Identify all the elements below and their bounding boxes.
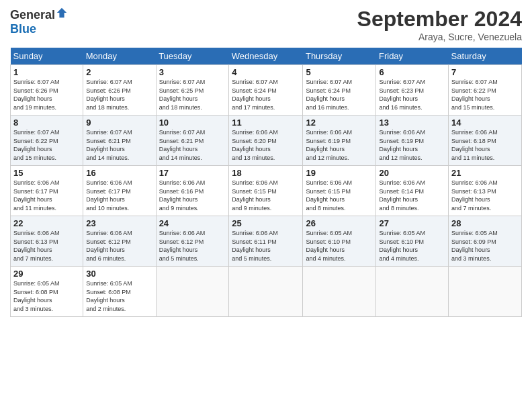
day-number: 16 — [86, 168, 152, 178]
calendar-cell: 29Sunrise: 6:05 AMSunset: 6:08 PMDayligh… — [11, 267, 83, 317]
calendar-cell: 19Sunrise: 6:06 AMSunset: 6:15 PMDayligh… — [303, 166, 376, 216]
calendar-cell: 13Sunrise: 6:06 AMSunset: 6:19 PMDayligh… — [376, 116, 449, 166]
day-number: 26 — [306, 218, 373, 228]
weekday-header-row: Sunday Monday Tuesday Wednesday Thursday… — [11, 48, 522, 65]
day-number: 10 — [159, 118, 226, 128]
day-info: Sunrise: 6:06 AMSunset: 6:17 PMDaylight … — [86, 179, 152, 212]
day-number: 15 — [13, 168, 80, 178]
day-number: 23 — [86, 218, 152, 228]
day-number: 7 — [451, 67, 519, 77]
day-info: Sunrise: 6:06 AMSunset: 6:12 PMDaylight … — [159, 229, 226, 263]
day-number: 5 — [306, 67, 373, 77]
day-number: 12 — [306, 118, 373, 128]
header: General Blue September 2024 Araya, Sucre… — [10, 7, 522, 42]
day-number: 2 — [86, 67, 152, 77]
day-number: 17 — [159, 168, 226, 178]
day-info: Sunrise: 6:05 AMSunset: 6:08 PMDaylight … — [13, 279, 80, 313]
calendar-cell: 14Sunrise: 6:06 AMSunset: 6:18 PMDayligh… — [449, 116, 522, 166]
calendar-cell: 28Sunrise: 6:05 AMSunset: 6:09 PMDayligh… — [449, 216, 522, 267]
calendar: Sunday Monday Tuesday Wednesday Thursday… — [10, 48, 522, 317]
calendar-cell: 3Sunrise: 6:07 AMSunset: 6:25 PMDaylight… — [156, 65, 229, 116]
calendar-cell: 25Sunrise: 6:06 AMSunset: 6:11 PMDayligh… — [229, 216, 303, 267]
month-title: September 2024 — [357, 7, 522, 32]
logo-general: General — [10, 8, 55, 21]
weekday-monday: Monday — [83, 48, 156, 65]
calendar-cell: 4Sunrise: 6:07 AMSunset: 6:24 PMDaylight… — [229, 65, 303, 116]
calendar-week-row: 1Sunrise: 6:07 AMSunset: 6:26 PMDaylight… — [11, 65, 522, 116]
weekday-sunday: Sunday — [11, 48, 83, 65]
weekday-thursday: Thursday — [303, 48, 376, 65]
location: Araya, Sucre, Venezuela — [357, 32, 522, 42]
day-number: 9 — [86, 118, 152, 128]
calendar-cell: 27Sunrise: 6:05 AMSunset: 6:10 PMDayligh… — [376, 216, 449, 267]
day-info: Sunrise: 6:06 AMSunset: 6:17 PMDaylight … — [13, 179, 80, 212]
calendar-cell: 5Sunrise: 6:07 AMSunset: 6:24 PMDaylight… — [303, 65, 376, 116]
day-info: Sunrise: 6:07 AMSunset: 6:22 PMDaylight … — [451, 78, 519, 111]
day-number: 3 — [159, 67, 226, 77]
day-number: 25 — [232, 218, 300, 228]
calendar-week-row: 29Sunrise: 6:05 AMSunset: 6:08 PMDayligh… — [11, 267, 522, 317]
calendar-cell: 9Sunrise: 6:07 AMSunset: 6:21 PMDaylight… — [83, 116, 156, 166]
day-number: 4 — [232, 67, 300, 77]
day-info: Sunrise: 6:06 AMSunset: 6:19 PMDaylight … — [306, 128, 373, 162]
day-info: Sunrise: 6:06 AMSunset: 6:13 PMDaylight … — [451, 179, 519, 212]
calendar-cell — [449, 267, 522, 317]
logo: General Blue — [10, 7, 68, 36]
calendar-cell — [156, 267, 229, 317]
calendar-cell — [229, 267, 303, 317]
day-number: 8 — [13, 118, 80, 128]
calendar-week-row: 8Sunrise: 6:07 AMSunset: 6:22 PMDaylight… — [11, 116, 522, 166]
calendar-cell: 16Sunrise: 6:06 AMSunset: 6:17 PMDayligh… — [83, 166, 156, 216]
day-info: Sunrise: 6:07 AMSunset: 6:24 PMDaylight … — [232, 78, 300, 111]
day-number: 21 — [451, 168, 519, 178]
day-info: Sunrise: 6:07 AMSunset: 6:22 PMDaylight … — [13, 128, 80, 162]
day-info: Sunrise: 6:07 AMSunset: 6:23 PMDaylight … — [379, 78, 445, 111]
calendar-cell: 6Sunrise: 6:07 AMSunset: 6:23 PMDaylight… — [376, 65, 449, 116]
day-info: Sunrise: 6:05 AMSunset: 6:09 PMDaylight … — [451, 229, 519, 263]
title-block: September 2024 Araya, Sucre, Venezuela — [357, 7, 522, 42]
calendar-cell: 2Sunrise: 6:07 AMSunset: 6:26 PMDaylight… — [83, 65, 156, 116]
day-info: Sunrise: 6:06 AMSunset: 6:15 PMDaylight … — [232, 179, 300, 212]
calendar-cell: 8Sunrise: 6:07 AMSunset: 6:22 PMDaylight… — [11, 116, 83, 166]
day-info: Sunrise: 6:06 AMSunset: 6:19 PMDaylight … — [379, 128, 445, 162]
calendar-cell: 11Sunrise: 6:06 AMSunset: 6:20 PMDayligh… — [229, 116, 303, 166]
day-info: Sunrise: 6:06 AMSunset: 6:16 PMDaylight … — [159, 179, 226, 212]
day-info: Sunrise: 6:06 AMSunset: 6:11 PMDaylight … — [232, 229, 300, 263]
day-number: 13 — [379, 118, 445, 128]
day-number: 27 — [379, 218, 445, 228]
day-info: Sunrise: 6:06 AMSunset: 6:13 PMDaylight … — [13, 229, 80, 263]
calendar-cell: 24Sunrise: 6:06 AMSunset: 6:12 PMDayligh… — [156, 216, 229, 267]
day-number: 1 — [13, 67, 80, 77]
day-number: 29 — [13, 269, 80, 279]
logo-blue: Blue — [10, 22, 36, 36]
day-number: 22 — [13, 218, 80, 228]
day-number: 11 — [232, 118, 300, 128]
calendar-cell — [303, 267, 376, 317]
weekday-wednesday: Wednesday — [229, 48, 303, 65]
page: General Blue September 2024 Araya, Sucre… — [0, 0, 532, 324]
day-number: 24 — [159, 218, 226, 228]
logo-icon — [56, 7, 68, 19]
day-info: Sunrise: 6:06 AMSunset: 6:18 PMDaylight … — [451, 128, 519, 162]
calendar-cell — [376, 267, 449, 317]
day-info: Sunrise: 6:07 AMSunset: 6:24 PMDaylight … — [306, 78, 373, 111]
calendar-cell: 23Sunrise: 6:06 AMSunset: 6:12 PMDayligh… — [83, 216, 156, 267]
day-info: Sunrise: 6:06 AMSunset: 6:12 PMDaylight … — [86, 229, 152, 263]
calendar-cell: 22Sunrise: 6:06 AMSunset: 6:13 PMDayligh… — [11, 216, 83, 267]
calendar-cell: 18Sunrise: 6:06 AMSunset: 6:15 PMDayligh… — [229, 166, 303, 216]
calendar-cell: 7Sunrise: 6:07 AMSunset: 6:22 PMDaylight… — [449, 65, 522, 116]
calendar-cell: 20Sunrise: 6:06 AMSunset: 6:14 PMDayligh… — [376, 166, 449, 216]
day-info: Sunrise: 6:07 AMSunset: 6:21 PMDaylight … — [159, 128, 226, 162]
day-number: 30 — [86, 269, 152, 279]
calendar-cell: 17Sunrise: 6:06 AMSunset: 6:16 PMDayligh… — [156, 166, 229, 216]
day-info: Sunrise: 6:06 AMSunset: 6:14 PMDaylight … — [379, 179, 445, 212]
day-info: Sunrise: 6:07 AMSunset: 6:26 PMDaylight … — [13, 78, 80, 111]
calendar-cell: 30Sunrise: 6:05 AMSunset: 6:08 PMDayligh… — [83, 267, 156, 317]
day-number: 14 — [451, 118, 519, 128]
calendar-cell: 15Sunrise: 6:06 AMSunset: 6:17 PMDayligh… — [11, 166, 83, 216]
calendar-cell: 12Sunrise: 6:06 AMSunset: 6:19 PMDayligh… — [303, 116, 376, 166]
day-info: Sunrise: 6:06 AMSunset: 6:15 PMDaylight … — [306, 179, 373, 212]
day-number: 6 — [379, 67, 445, 77]
svg-marker-0 — [57, 8, 66, 17]
calendar-week-row: 22Sunrise: 6:06 AMSunset: 6:13 PMDayligh… — [11, 216, 522, 267]
